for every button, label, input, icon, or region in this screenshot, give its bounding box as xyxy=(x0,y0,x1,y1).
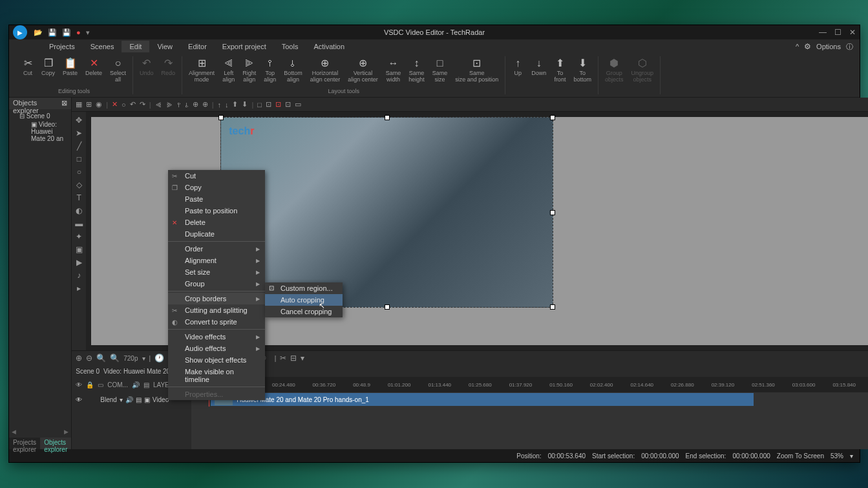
ribbon-top-align[interactable]: ⫯Topalign xyxy=(260,56,280,87)
tree-item[interactable]: ⊟ Scene 0 xyxy=(12,112,69,120)
tl-resolution[interactable]: 720p xyxy=(123,355,138,362)
zoom-dropdown-icon[interactable]: ▾ xyxy=(850,452,853,460)
ct-crop5-icon[interactable]: ▭ xyxy=(295,100,301,109)
qat-save2-icon[interactable]: 💾 xyxy=(62,28,71,37)
submenu-custom-region-[interactable]: ⊡Custom region... xyxy=(265,282,343,294)
ct-layer4-icon[interactable]: ⬇ xyxy=(242,100,248,109)
ct-align1-icon[interactable]: ⫷ xyxy=(155,101,162,109)
qat-open-icon[interactable]: 📂 xyxy=(34,28,43,37)
ts-move-icon[interactable]: ✥ xyxy=(73,114,85,126)
ct-redo-icon[interactable]: ↷ xyxy=(140,100,145,109)
ribbon-delete[interactable]: ✕Delete xyxy=(81,56,106,87)
tl-comp-icon[interactable]: ▭ xyxy=(98,381,103,388)
gear-icon[interactable]: ⚙ xyxy=(804,42,811,51)
tl-clock-icon[interactable]: 🕐 xyxy=(154,354,164,363)
ribbon-same-height[interactable]: ↕Sameheight xyxy=(405,56,429,87)
help-icon[interactable]: ⓘ xyxy=(846,42,853,52)
ts-audio-icon[interactable]: ♪ xyxy=(73,270,85,281)
track-eye-icon[interactable]: 👁 xyxy=(76,396,82,403)
timeline-ruler[interactable]: 0:00.00000:12.24000:24.48000:36.72000:48… xyxy=(191,377,868,392)
app-logo[interactable] xyxy=(13,25,27,39)
ctx-alignment[interactable]: Alignment▶ xyxy=(168,255,265,266)
ribbon-bottom-align[interactable]: ⫰Bottomalign xyxy=(280,56,306,87)
ribbon-same-width[interactable]: ↔Samewidth xyxy=(382,56,405,87)
ctx-paste-to-position[interactable]: Paste to position xyxy=(168,205,265,217)
ribbon-horizontal-align-center[interactable]: ⊕Horizontalalign center xyxy=(306,56,344,87)
ct-align6-icon[interactable]: ⊕ xyxy=(202,100,208,109)
ctx-video-effects[interactable]: Video effects▶ xyxy=(168,331,265,343)
ct-crop4-icon[interactable]: ⊡ xyxy=(285,100,291,109)
ctx-audio-effects[interactable]: Audio effects▶ xyxy=(168,343,265,354)
handle-tr[interactable] xyxy=(550,115,555,120)
tl-layers-icon[interactable]: ▤ xyxy=(143,381,149,388)
ct-grid-icon[interactable]: ▦ xyxy=(76,100,82,109)
menu-edit[interactable]: Edit xyxy=(122,41,149,52)
track-video-icon[interactable]: ▣ xyxy=(144,396,150,403)
tl-cut-icon[interactable]: ✂ xyxy=(280,354,286,363)
menu-editor[interactable]: Editor xyxy=(180,41,215,52)
ctx-cutting-and-splitting[interactable]: ✂Cutting and splitting xyxy=(168,304,265,316)
objects-tree[interactable]: ⊟ Scene 0▣ Video: Huawei Mate 20 an xyxy=(9,109,71,429)
ts-more-icon[interactable]: ▸ xyxy=(73,282,85,294)
ct-snap-icon[interactable]: ⊞ xyxy=(86,100,92,109)
ribbon-left-align[interactable]: ⫷Leftalign xyxy=(218,56,238,87)
ctx-paste[interactable]: Paste xyxy=(168,193,265,205)
ct-eye-icon[interactable]: ◉ xyxy=(96,100,102,109)
status-zoom-label[interactable]: Zoom To Screen xyxy=(777,452,824,460)
handle-tc[interactable] xyxy=(385,115,390,120)
submenu-cancel-cropping[interactable]: Cancel cropping xyxy=(265,306,343,317)
ctx-make-visible-on-timeline[interactable]: Make visible on timeline xyxy=(168,366,265,385)
handle-bc[interactable] xyxy=(385,304,390,310)
ct-align5-icon[interactable]: ⊕ xyxy=(193,100,198,109)
ribbon-collapse-icon[interactable]: ^ xyxy=(796,43,799,50)
ctx-group[interactable]: Group▶ xyxy=(168,278,265,290)
minimize-button[interactable]: — xyxy=(819,28,827,37)
tl-split-icon[interactable]: ⊟ xyxy=(290,354,297,363)
ct-layer2-icon[interactable]: ↓ xyxy=(225,101,229,109)
ct-delete-icon[interactable]: ✕ xyxy=(112,100,118,109)
ctx-cut[interactable]: ✂Cut xyxy=(168,170,265,182)
maximize-button[interactable]: ☐ xyxy=(834,28,842,37)
tree-item[interactable]: ▣ Video: Huawei Mate 20 an xyxy=(12,120,69,143)
ts-chart-icon[interactable]: ▬ xyxy=(73,218,85,229)
menu-scenes[interactable]: Scenes xyxy=(83,41,122,52)
qat-record-icon[interactable]: ● xyxy=(76,28,81,37)
ribbon-up[interactable]: ↑Up xyxy=(508,56,527,87)
track-sound-icon[interactable]: 🔊 xyxy=(125,396,133,403)
ctx-convert-to-sprite[interactable]: ◐Convert to sprite xyxy=(168,316,265,328)
scene-tag[interactable]: Scene 0 xyxy=(76,368,100,375)
ctx-duplicate[interactable]: Duplicate xyxy=(168,228,265,240)
ct-undo-icon[interactable]: ↶ xyxy=(130,100,136,109)
tl-lock-icon[interactable]: 🔒 xyxy=(86,381,94,388)
qat-save-icon[interactable]: 💾 xyxy=(48,28,57,37)
ct-crop2-icon[interactable]: ⊡ xyxy=(266,100,271,109)
ribbon-right-align[interactable]: ⫸Rightalign xyxy=(238,56,260,87)
ts-line-icon[interactable]: ╱ xyxy=(73,140,85,152)
ts-video-icon[interactable]: ▶ xyxy=(73,257,85,268)
track-layers-icon[interactable]: ▤ xyxy=(136,396,142,403)
close-button[interactable]: ✕ xyxy=(849,28,856,37)
ribbon-copy[interactable]: ❐Copy xyxy=(37,56,59,87)
options-label[interactable]: Options xyxy=(816,43,841,50)
scroll-left-icon[interactable]: ◀ xyxy=(12,429,16,438)
ctx-set-size[interactable]: Set size▶ xyxy=(168,266,265,278)
menu-view[interactable]: View xyxy=(149,41,180,52)
tl-remove-icon[interactable]: ⊖ xyxy=(86,354,92,363)
handle-br[interactable] xyxy=(550,304,555,310)
ribbon-vertical-align-center[interactable]: ⊕Verticalalign center xyxy=(344,56,382,87)
ribbon-select-all[interactable]: ○Selectall xyxy=(106,56,130,87)
ctx-show-object-effects[interactable]: Show object effects xyxy=(168,354,265,366)
ts-shape-icon[interactable]: ◇ xyxy=(73,179,85,191)
ribbon-down[interactable]: ↓Down xyxy=(527,56,550,87)
submenu-auto-cropping[interactable]: Auto cropping xyxy=(265,294,343,306)
tl-eye-icon[interactable]: 👁 xyxy=(76,381,82,388)
ct-align3-icon[interactable]: ⫯ xyxy=(177,101,181,109)
ct-crop1-icon[interactable]: □ xyxy=(257,101,262,109)
ribbon-same-size-and-position[interactable]: ⊡Samesize and position xyxy=(451,56,502,87)
handle-tl[interactable] xyxy=(218,115,224,120)
ts-spray-icon[interactable]: ✦ xyxy=(73,231,85,242)
ctx-crop-borders[interactable]: Crop borders▶ xyxy=(168,293,265,304)
menu-export-project[interactable]: Export project xyxy=(215,41,274,52)
ribbon-redo[interactable]: ↷Redo xyxy=(158,56,180,87)
handle-mr[interactable] xyxy=(550,210,555,215)
